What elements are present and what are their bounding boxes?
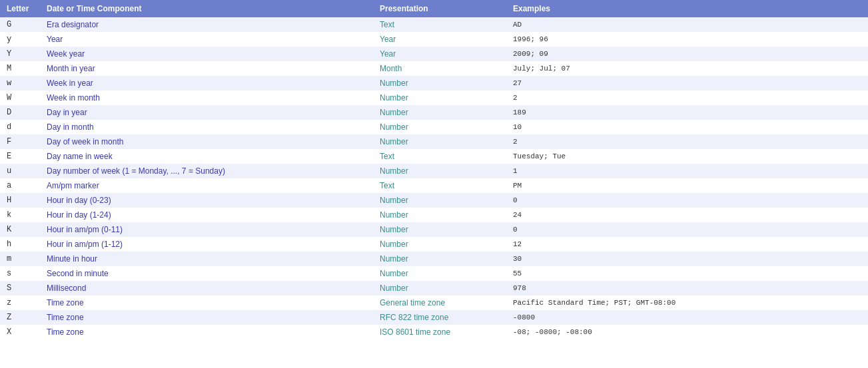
cell-presentation: Month: [373, 61, 506, 76]
cell-letter: Y: [0, 47, 40, 61]
cell-presentation: Number: [373, 252, 506, 266]
cell-component: Second in minute: [40, 266, 373, 281]
cell-examples: 12: [506, 237, 868, 252]
cell-component: Week in year: [40, 76, 373, 91]
cell-examples: 2: [506, 134, 868, 149]
cell-letter: F: [0, 134, 40, 149]
table-row: GEra designatorTextAD: [0, 17, 868, 32]
cell-letter: d: [0, 120, 40, 134]
table-header-row: Letter Date or Time Component Presentati…: [0, 0, 868, 17]
cell-component: Hour in am/pm (1-12): [40, 237, 373, 252]
cell-component: Month in year: [40, 61, 373, 76]
cell-letter: y: [0, 32, 40, 47]
table-row: DDay in yearNumber189: [0, 105, 868, 120]
cell-component: Day name in week: [40, 149, 373, 164]
cell-letter: G: [0, 17, 40, 32]
cell-examples: 30: [506, 252, 868, 266]
cell-examples: 55: [506, 266, 868, 281]
table-row: SMillisecondNumber978: [0, 281, 868, 295]
cell-letter: k: [0, 208, 40, 222]
cell-letter: s: [0, 266, 40, 281]
cell-presentation: Number: [373, 76, 506, 91]
col-header-examples: Examples: [506, 0, 868, 17]
cell-letter: X: [0, 325, 40, 339]
cell-examples: 24: [506, 208, 868, 222]
table-row: ZTime zoneRFC 822 time zone-0800: [0, 310, 868, 325]
table-row: zTime zoneGeneral time zonePacific Stand…: [0, 295, 868, 310]
cell-presentation: Number: [373, 164, 506, 178]
cell-letter: S: [0, 281, 40, 295]
cell-presentation: Number: [373, 105, 506, 120]
cell-examples: AD: [506, 17, 868, 32]
cell-component: Week year: [40, 47, 373, 61]
table-row: YWeek yearYear2009; 09: [0, 47, 868, 61]
cell-presentation: Number: [373, 120, 506, 134]
cell-presentation: Text: [373, 178, 506, 193]
cell-presentation: Year: [373, 47, 506, 61]
cell-presentation: Number: [373, 266, 506, 281]
cell-letter: u: [0, 164, 40, 178]
cell-examples: Tuesday; Tue: [506, 149, 868, 164]
cell-component: Am/pm marker: [40, 178, 373, 193]
cell-presentation: Number: [373, 281, 506, 295]
table-row: hHour in am/pm (1-12)Number12: [0, 237, 868, 252]
cell-examples: 1: [506, 164, 868, 178]
col-header-letter: Letter: [0, 0, 40, 17]
table-row: wWeek in yearNumber27: [0, 76, 868, 91]
table-row: MMonth in yearMonthJuly; Jul; 07: [0, 61, 868, 76]
cell-component: Time zone: [40, 325, 373, 339]
cell-presentation: Number: [373, 222, 506, 237]
cell-component: Day number of week (1 = Monday, ..., 7 =…: [40, 164, 373, 178]
table-row: HHour in day (0-23)Number0: [0, 193, 868, 208]
table-row: kHour in day (1-24)Number24: [0, 208, 868, 222]
cell-component: Hour in am/pm (0-11): [40, 222, 373, 237]
datetime-format-table: Letter Date or Time Component Presentati…: [0, 0, 868, 339]
cell-examples: PM: [506, 178, 868, 193]
cell-presentation: Text: [373, 149, 506, 164]
cell-presentation: RFC 822 time zone: [373, 310, 506, 325]
col-header-component: Date or Time Component: [40, 0, 373, 17]
cell-presentation: Number: [373, 134, 506, 149]
cell-presentation: Number: [373, 193, 506, 208]
cell-presentation: Number: [373, 208, 506, 222]
cell-letter: a: [0, 178, 40, 193]
cell-letter: Z: [0, 310, 40, 325]
cell-component: Day in year: [40, 105, 373, 120]
table-row: XTime zoneISO 8601 time zone-08; -0800; …: [0, 325, 868, 339]
table-row: KHour in am/pm (0-11)Number0: [0, 222, 868, 237]
cell-examples: 2: [506, 91, 868, 105]
cell-letter: w: [0, 76, 40, 91]
cell-component: Era designator: [40, 17, 373, 32]
cell-letter: H: [0, 193, 40, 208]
cell-letter: h: [0, 237, 40, 252]
table-row: uDay number of week (1 = Monday, ..., 7 …: [0, 164, 868, 178]
table-row: aAm/pm markerTextPM: [0, 178, 868, 193]
cell-examples: 10: [506, 120, 868, 134]
cell-examples: 189: [506, 105, 868, 120]
cell-examples: 27: [506, 76, 868, 91]
cell-examples: 2009; 09: [506, 47, 868, 61]
cell-letter: W: [0, 91, 40, 105]
cell-presentation: General time zone: [373, 295, 506, 310]
cell-component: Minute in hour: [40, 252, 373, 266]
col-header-presentation: Presentation: [373, 0, 506, 17]
cell-presentation: Text: [373, 17, 506, 32]
cell-component: Hour in day (1-24): [40, 208, 373, 222]
cell-presentation: Year: [373, 32, 506, 47]
cell-component: Year: [40, 32, 373, 47]
cell-examples: July; Jul; 07: [506, 61, 868, 76]
cell-letter: E: [0, 149, 40, 164]
cell-examples: 0: [506, 222, 868, 237]
cell-component: Day in month: [40, 120, 373, 134]
cell-presentation: ISO 8601 time zone: [373, 325, 506, 339]
cell-examples: -08; -0800; -08:00: [506, 325, 868, 339]
table-row: WWeek in monthNumber2: [0, 91, 868, 105]
cell-component: Week in month: [40, 91, 373, 105]
cell-examples: Pacific Standard Time; PST; GMT-08:00: [506, 295, 868, 310]
cell-letter: m: [0, 252, 40, 266]
cell-letter: z: [0, 295, 40, 310]
cell-examples: 978: [506, 281, 868, 295]
table-row: EDay name in weekTextTuesday; Tue: [0, 149, 868, 164]
cell-presentation: Number: [373, 237, 506, 252]
cell-component: Hour in day (0-23): [40, 193, 373, 208]
